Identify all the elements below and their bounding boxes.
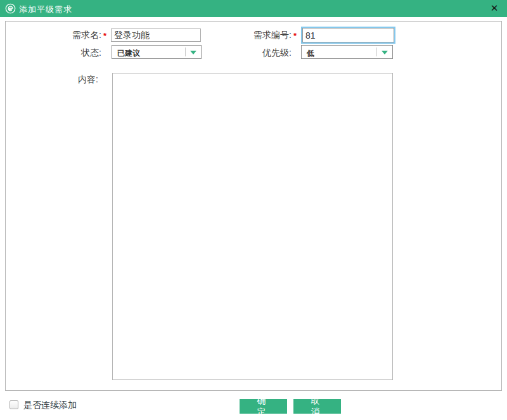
name-label: 需求名: xyxy=(38,30,101,41)
ok-button[interactable]: 确定 xyxy=(240,399,287,414)
content-textarea[interactable] xyxy=(112,73,393,380)
status-label: 状态: xyxy=(38,48,101,59)
add-requirement-dialog: { "dialog": { "title": "添加平级需求", "close_… xyxy=(0,0,507,420)
continuous-add-checkbox[interactable] xyxy=(10,400,18,409)
dropdown-separator xyxy=(376,48,377,56)
name-required-marker: * xyxy=(103,31,106,41)
continuous-add-label: 是否连续添加 xyxy=(23,400,77,411)
code-input-focus-ring xyxy=(301,27,395,44)
code-required-marker: * xyxy=(293,31,297,41)
priority-selected-value: 低 xyxy=(307,48,314,59)
name-input[interactable] xyxy=(111,29,201,42)
status-selected-value: 已建议 xyxy=(117,48,140,59)
cancel-button[interactable]: 取消 xyxy=(293,399,341,414)
close-icon[interactable]: ✕ xyxy=(489,3,500,14)
code-label: 需求编号: xyxy=(228,30,292,41)
content-label: 内容: xyxy=(35,74,98,86)
chevron-down-icon[interactable] xyxy=(382,51,388,54)
code-input[interactable] xyxy=(302,28,394,42)
dropdown-separator xyxy=(185,48,186,56)
chevron-down-icon[interactable] xyxy=(190,51,196,54)
priority-label: 优先级: xyxy=(228,48,292,59)
priority-select[interactable]: 低 xyxy=(301,45,393,59)
dialog-titlebar: 添加平级需求 ✕ xyxy=(0,0,507,17)
spiral-icon xyxy=(5,3,16,14)
status-select[interactable]: 已建议 xyxy=(112,45,202,59)
dialog-title: 添加平级需求 xyxy=(19,4,72,15)
